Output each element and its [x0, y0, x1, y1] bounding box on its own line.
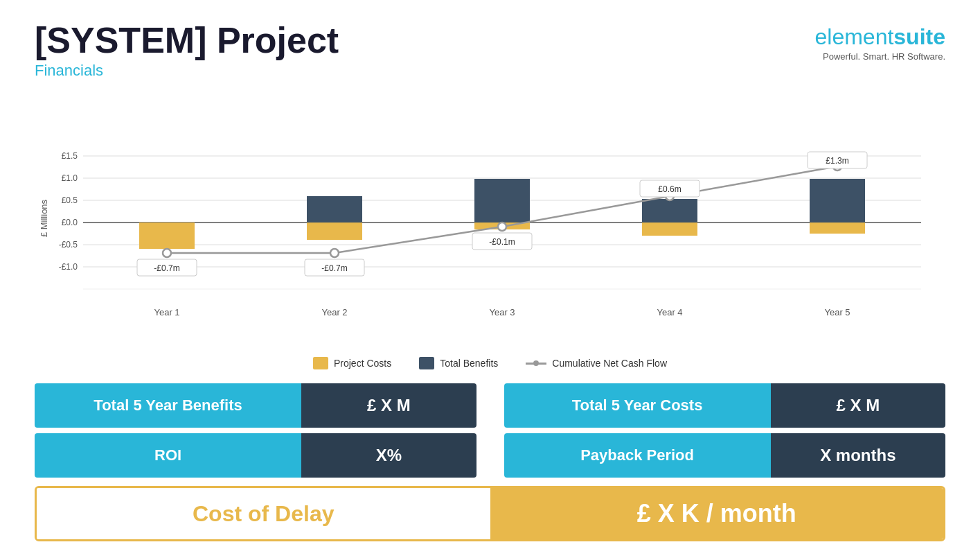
legend-item-cashflow: Cumulative Net Cash Flow [526, 357, 667, 369]
logo-area: elementsuite Powerful. Smart. HR Softwar… [814, 21, 945, 62]
y-tick-neg1.0: -£1.0 [59, 262, 78, 272]
header: [SYSTEM] Project Financials elementsuite… [35, 21, 945, 80]
kpi-left-group: Total 5 Year Benefits £ X M ROI X% [35, 383, 476, 478]
logo-tagline: Powerful. Smart. HR Software. [814, 51, 945, 62]
x-label-y1: Year 1 [154, 307, 179, 317]
page-subtitle: Financials [35, 62, 339, 80]
x-label-y2: Year 2 [321, 307, 347, 317]
annotation-text-y2: -£0.7m [321, 263, 347, 273]
y-tick-1.5: £1.5 [62, 151, 78, 161]
cost-of-delay-value: £ X K / month [490, 488, 944, 539]
kpi-costs-value: £ X M [771, 383, 945, 428]
bar-cost-y1 [139, 223, 195, 249]
kpi-benefits-label: Total 5 Year Benefits [35, 383, 301, 428]
dot-y2 [330, 249, 339, 257]
kpi-section: Total 5 Year Benefits £ X M ROI X% Total… [35, 383, 945, 478]
annotation-text-y1: -£0.7m [154, 263, 179, 273]
logo-text: elementsuite [814, 24, 945, 50]
cost-of-delay-section: Cost of Delay £ X K / month [35, 486, 945, 541]
kpi-roi-row: ROI X% [35, 433, 476, 478]
kpi-payback-row: Payback Period X months [504, 433, 946, 478]
x-label-y5: Year 5 [824, 307, 850, 317]
legend-item-costs: Project Costs [313, 357, 391, 369]
y-tick-neg0.5: -£0.5 [59, 240, 78, 250]
legend-line-cashflow [526, 363, 546, 365]
legend-label-benefits: Total Benefits [440, 358, 498, 369]
bar-benefit-y4 [642, 199, 697, 223]
legend-box-costs [313, 357, 328, 369]
y-axis-label: £ Millions [39, 200, 49, 238]
y-tick-0.5: £0.5 [62, 195, 78, 205]
kpi-benefits-row: Total 5 Year Benefits £ X M [35, 383, 476, 428]
dot-y1 [163, 249, 171, 257]
kpi-roi-label: ROI [35, 433, 301, 478]
x-label-y4: Year 4 [657, 307, 682, 317]
kpi-gap [483, 383, 497, 478]
legend-box-benefits [419, 357, 434, 369]
bar-cost-y5 [810, 223, 865, 234]
kpi-payback-label: Payback Period [504, 433, 771, 478]
annotation-text-y4: £0.6m [658, 184, 681, 194]
annotation-text-y5: £1.3m [826, 156, 848, 166]
page-title: [SYSTEM] Project [35, 21, 339, 60]
kpi-right-group: Total 5 Year Costs £ X M Payback Period … [504, 383, 946, 478]
bar-benefit-y5 [810, 179, 865, 223]
header-left: [SYSTEM] Project Financials [35, 21, 339, 80]
y-tick-0.0: £0.0 [62, 218, 78, 227]
bar-benefit-y2 [307, 196, 362, 223]
kpi-roi-value: X% [301, 433, 476, 478]
page: [SYSTEM] Project Financials elementsuite… [0, 0, 980, 558]
chart-container: £ Millions £1.5 £1.0 £0.5 £0.0 -£0.5 -£1… [35, 87, 945, 350]
bar-benefit-y3 [474, 179, 530, 223]
logo-suite: suite [893, 24, 945, 49]
kpi-payback-value: X months [771, 433, 945, 478]
kpi-costs-row: Total 5 Year Costs £ X M [504, 383, 946, 428]
chart-svg: £ Millions £1.5 £1.0 £0.5 £0.0 -£0.5 -£1… [35, 87, 945, 350]
dot-y3 [498, 223, 506, 231]
x-label-y3: Year 3 [489, 307, 515, 317]
logo-element: element [814, 24, 893, 49]
cost-of-delay-label: Cost of Delay [37, 488, 490, 539]
kpi-costs-label: Total 5 Year Costs [504, 383, 771, 428]
bar-cost-y4 [642, 223, 697, 236]
y-tick-1.0: £1.0 [62, 173, 78, 183]
legend-item-benefits: Total Benefits [419, 357, 498, 369]
legend-label-cashflow: Cumulative Net Cash Flow [552, 358, 667, 369]
legend: Project Costs Total Benefits Cumulative … [35, 357, 945, 369]
kpi-benefits-value: £ X M [301, 383, 476, 428]
legend-label-costs: Project Costs [334, 358, 391, 369]
annotation-text-y3: -£0.1m [489, 237, 515, 247]
bar-cost-y2 [307, 223, 362, 240]
